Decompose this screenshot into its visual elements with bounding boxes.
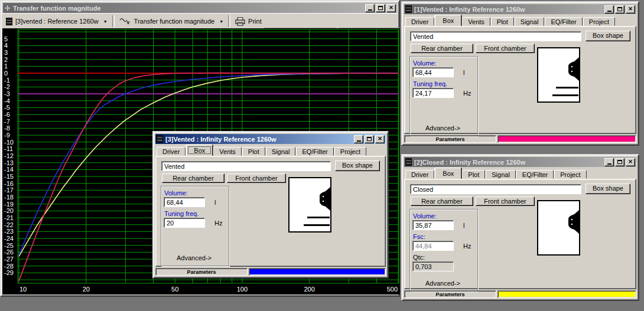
advanced-link[interactable]: Advanced->	[425, 125, 460, 132]
tab-plot[interactable]: Plot	[242, 147, 265, 156]
titlebar[interactable]: [1]Vented : Infinity Reference 1260w	[404, 4, 636, 14]
field-unit-volume: l	[463, 222, 464, 229]
tab-box[interactable]: Box	[186, 145, 213, 156]
y-tick-label: -23	[4, 228, 14, 235]
field-unit-fsc: Hz	[463, 243, 471, 250]
restore-button[interactable]	[376, 4, 385, 12]
app-icon	[405, 5, 412, 13]
maximize-button[interactable]	[615, 5, 625, 14]
field-unit-volume: l	[463, 69, 464, 76]
y-tick-label: 0	[4, 70, 8, 77]
project-color-cell	[249, 268, 386, 276]
box-parameters-group: Volume:35,87lFsc:44,84HzQtc:0,703Advance…	[409, 209, 478, 292]
close-button[interactable]	[375, 135, 385, 143]
y-tick-label: -3	[4, 90, 10, 97]
tab-project[interactable]: Project	[334, 147, 366, 156]
y-tick-label: -20	[4, 207, 14, 214]
field-input-tuning-freq[interactable]: 20	[164, 218, 205, 228]
front-chamber-button[interactable]: Front chamber	[476, 44, 535, 53]
minimize-button[interactable]	[604, 158, 614, 166]
tab-plot[interactable]: Plot	[491, 17, 514, 26]
tab-vents[interactable]: Vents	[213, 147, 242, 156]
tab-eq-filter[interactable]: EQ/Filter	[296, 147, 333, 156]
front-chamber-button[interactable]: Front chamber	[476, 197, 535, 206]
tab-page-box: ClosedBox shapeRear chamberFront chamber…	[404, 179, 636, 289]
chevron-down-icon: ▼	[219, 19, 223, 24]
x-tick-label: 500	[387, 286, 398, 293]
box-type-field[interactable]: Vented	[161, 161, 331, 171]
graph-selector-dropdown[interactable]: Transfer function magnitude ▼	[117, 15, 226, 28]
y-tick-label: -4	[4, 97, 10, 104]
tab-driver[interactable]: Driver	[405, 17, 434, 26]
x-tick-label: 200	[304, 286, 314, 293]
box-type-field[interactable]: Closed	[410, 184, 581, 194]
minimize-button[interactable]	[604, 5, 614, 14]
maximize-button[interactable]	[615, 158, 625, 166]
advanced-link[interactable]: Advanced->	[425, 280, 460, 287]
close-button[interactable]	[626, 158, 635, 166]
project-selector-dropdown[interactable]: [3]vented : Reference 1260w ▼	[2, 15, 110, 28]
maximize-button[interactable]	[365, 135, 374, 143]
tab-vents[interactable]: Vents	[462, 17, 490, 26]
print-button[interactable]: Print	[233, 15, 264, 28]
tab-eq-filter[interactable]: EQ/Filter	[545, 17, 582, 26]
box-shape-button[interactable]: Box shape	[335, 161, 380, 171]
y-tick-label: -14	[4, 166, 14, 173]
tab-signal[interactable]: Signal	[486, 170, 516, 179]
tab-driver[interactable]: Driver	[405, 170, 434, 179]
box-shape-button[interactable]: Box shape	[586, 184, 630, 194]
tab-driver[interactable]: Driver	[157, 147, 186, 156]
tab-box[interactable]: Box	[435, 168, 461, 179]
toolbar-separator	[112, 15, 115, 27]
tab-project[interactable]: Project	[583, 17, 615, 26]
plot-window-titlebar[interactable]: ✛ Transfer function magnitude	[3, 3, 397, 13]
y-tick-label: -2	[4, 83, 10, 90]
tab-box[interactable]: Box	[435, 15, 461, 26]
parameters-status-cell: Parameters	[155, 268, 248, 276]
field-label-volume: Volume:	[413, 212, 477, 220]
field-label-tuning-freq: Tuning freq.	[164, 210, 229, 217]
field-input-volume[interactable]: 35,87	[412, 220, 454, 230]
status-bar: Parameters	[404, 290, 636, 298]
toolbar-separator	[228, 15, 230, 27]
field-input-tuning-freq[interactable]: 24,17	[412, 88, 454, 98]
project-color-bar	[499, 292, 635, 297]
speaker-driver-icon	[565, 57, 579, 81]
plot-window-title: Transfer function magnitude	[13, 5, 101, 12]
close-button[interactable]	[626, 5, 635, 14]
tab-eq-filter[interactable]: EQ/Filter	[516, 170, 554, 179]
close-button[interactable]	[386, 4, 396, 12]
titlebar[interactable]: [2]Closed : Infinity Reference 1260w	[404, 157, 636, 167]
y-tick-label: 5	[4, 35, 8, 42]
window-2-closed: [2]Closed : Infinity Reference 1260wDriv…	[401, 154, 639, 301]
rear-chamber-button[interactable]: Rear chamber	[411, 197, 473, 206]
minimize-button[interactable]	[354, 135, 363, 143]
field-input-volume[interactable]: 68,44	[164, 197, 205, 207]
desktop: { "plot_window": { "title": "Transfer fu…	[0, 0, 644, 311]
box-parameters-group: Volume:68,44lTuning freq.24,17HzAdvanced…	[409, 56, 478, 136]
field-input-fsc[interactable]: 44,84	[412, 241, 454, 251]
tab-signal[interactable]: Signal	[266, 147, 296, 156]
box-shape-button[interactable]: Box shape	[586, 31, 630, 41]
minimize-button[interactable]	[365, 4, 375, 12]
titlebar[interactable]: [3]Vented : Infinity Reference 1260w	[155, 134, 386, 144]
sine-wave-icon	[119, 17, 131, 25]
tab-project[interactable]: Project	[554, 170, 586, 179]
y-tick-label: -28	[4, 263, 14, 270]
status-bar: Parameters	[155, 268, 386, 276]
field-label-volume: Volume:	[164, 189, 229, 197]
field-input-volume[interactable]: 68,44	[412, 67, 454, 77]
box-type-field[interactable]: Vented	[410, 31, 581, 41]
y-tick-label: -16	[4, 180, 14, 187]
advanced-link[interactable]: Advanced->	[177, 254, 212, 261]
rear-chamber-button[interactable]: Rear chamber	[162, 173, 225, 183]
tab-signal[interactable]: Signal	[515, 17, 545, 26]
window-1-vented: [1]Vented : Infinity Reference 1260wDriv…	[401, 1, 639, 146]
front-chamber-button[interactable]: Front chamber	[227, 173, 286, 183]
field-label-qtc: Qtc:	[413, 254, 477, 261]
y-tick-label: -25	[4, 242, 14, 249]
tab-plot[interactable]: Plot	[462, 170, 485, 179]
rear-chamber-button[interactable]: Rear chamber	[411, 44, 473, 53]
project-selector-label: [3]vented : Reference 1260w	[15, 18, 99, 25]
field-label-tuning-freq: Tuning freq.	[413, 80, 477, 87]
